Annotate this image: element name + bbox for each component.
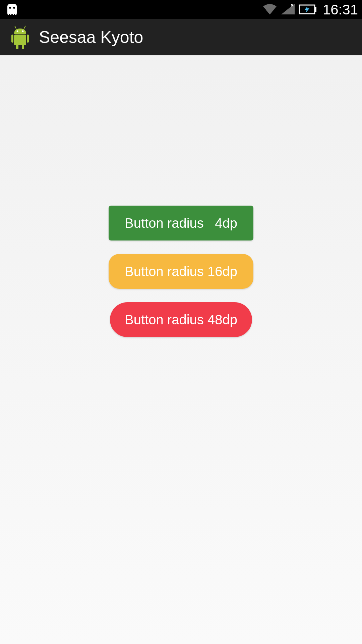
svg-line-8 [15, 26, 16, 29]
content-area: Button radius 4dp Button radius 16dp But… [0, 55, 362, 337]
svg-point-6 [17, 31, 18, 32]
button-radius-16dp[interactable]: Button radius 16dp [109, 254, 253, 289]
status-time: 16:31 [323, 2, 358, 18]
wifi-icon [262, 3, 277, 16]
svg-rect-4 [315, 7, 316, 12]
button-radius-48dp[interactable]: Button radius 48dp [110, 302, 252, 337]
svg-text:×: × [291, 3, 294, 8]
status-right: × 16:31 [262, 2, 358, 18]
battery-charging-icon [299, 3, 317, 16]
svg-line-9 [24, 26, 25, 29]
svg-rect-10 [11, 35, 13, 43]
svg-rect-12 [16, 45, 18, 49]
svg-rect-13 [22, 45, 24, 49]
status-bar: × 16:31 [0, 0, 362, 19]
app-bar: Seesaa Kyoto [0, 19, 362, 55]
notification-ghost-icon [4, 3, 20, 16]
svg-point-0 [9, 7, 11, 9]
svg-rect-11 [27, 35, 29, 43]
app-title: Seesaa Kyoto [39, 28, 143, 47]
svg-rect-5 [14, 35, 26, 45]
svg-point-7 [22, 31, 24, 32]
svg-point-1 [13, 7, 15, 9]
android-robot-icon [10, 25, 30, 49]
cell-signal-icon: × [281, 3, 295, 16]
status-left [4, 3, 20, 16]
button-radius-4dp[interactable]: Button radius 4dp [109, 206, 253, 240]
